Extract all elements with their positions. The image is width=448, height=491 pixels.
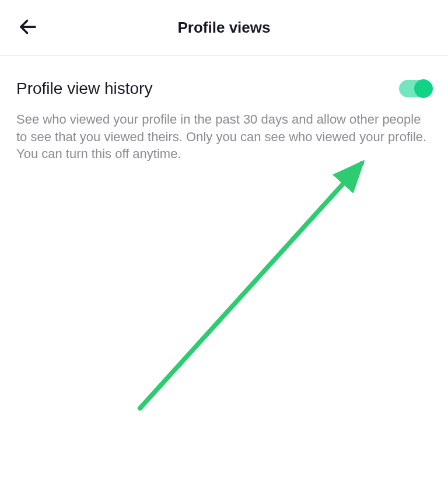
profile-view-history-row: Profile view history: [16, 79, 432, 98]
svg-line-2: [140, 163, 362, 408]
page-header: Profile views: [0, 0, 448, 56]
setting-description: See who viewed your profile in the past …: [16, 111, 432, 163]
arrow-left-icon: [18, 16, 38, 39]
back-button[interactable]: [16, 16, 40, 40]
toggle-knob: [414, 79, 433, 98]
profile-view-history-toggle[interactable]: [399, 80, 432, 97]
setting-title: Profile view history: [16, 79, 152, 98]
settings-content: Profile view history See who viewed your…: [0, 56, 448, 163]
page-title: Profile views: [178, 19, 271, 37]
annotation-arrow-icon: [134, 152, 379, 420]
